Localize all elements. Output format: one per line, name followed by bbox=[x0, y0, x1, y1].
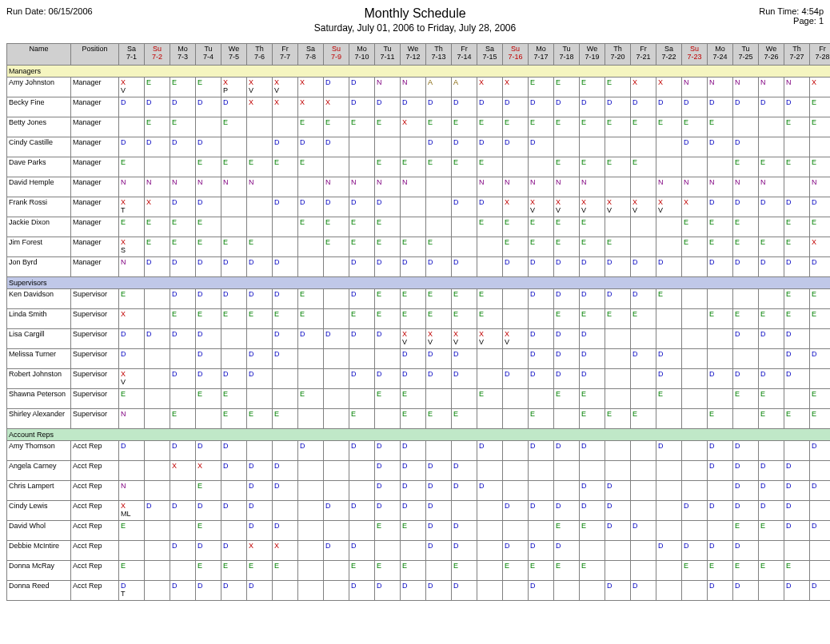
schedule-cell: X bbox=[810, 237, 831, 257]
schedule-row: Robert JohnstonSupervisorXVDDDDDDDDDDDDD… bbox=[7, 369, 831, 389]
schedule-cell: D bbox=[784, 97, 810, 117]
schedule-cell: D bbox=[273, 349, 298, 369]
schedule-cell: D bbox=[784, 257, 810, 277]
schedule-cell: D bbox=[529, 581, 554, 601]
schedule-cell: D bbox=[810, 257, 831, 277]
schedule-cell: D bbox=[682, 541, 708, 561]
schedule-cell: D bbox=[170, 329, 196, 349]
schedule-cell: D bbox=[298, 329, 324, 349]
schedule-cell bbox=[324, 389, 349, 409]
schedule-cell: E bbox=[580, 117, 605, 137]
schedule-cell: D bbox=[733, 257, 759, 277]
schedule-cell: D bbox=[529, 137, 554, 157]
emp-position: Supervisor bbox=[71, 369, 119, 389]
schedule-cell: X bbox=[196, 461, 221, 481]
schedule-cell bbox=[298, 461, 324, 481]
schedule-cell bbox=[349, 481, 375, 501]
schedule-cell: X bbox=[170, 461, 196, 481]
schedule-cell: D bbox=[221, 441, 247, 461]
schedule-cell: D bbox=[247, 461, 273, 481]
schedule-cell: E bbox=[733, 217, 759, 237]
schedule-cell: D bbox=[733, 329, 759, 349]
schedule-cell bbox=[247, 117, 273, 137]
emp-position: Manager bbox=[71, 237, 119, 257]
schedule-cell: D bbox=[426, 257, 452, 277]
schedule-cell: D bbox=[708, 257, 733, 277]
schedule-cell bbox=[503, 389, 529, 409]
schedule-cell bbox=[708, 289, 733, 309]
schedule-cell bbox=[682, 441, 708, 461]
col-day: Su7-9 bbox=[324, 44, 349, 66]
schedule-cell: E bbox=[196, 561, 221, 581]
schedule-cell: E bbox=[196, 157, 221, 177]
schedule-cell: E bbox=[298, 157, 324, 177]
schedule-cell bbox=[324, 441, 349, 461]
emp-position: Manager bbox=[71, 257, 119, 277]
emp-position: Supervisor bbox=[71, 329, 119, 349]
schedule-cell bbox=[452, 501, 477, 521]
schedule-cell: E bbox=[580, 409, 605, 429]
schedule-cell: D bbox=[196, 257, 221, 277]
schedule-cell: E bbox=[733, 521, 759, 541]
schedule-cell: D bbox=[349, 369, 375, 389]
col-name: Name bbox=[7, 44, 71, 66]
schedule-cell: D bbox=[708, 369, 733, 389]
schedule-cell: E bbox=[221, 237, 247, 257]
emp-name: Dave Parks bbox=[7, 157, 71, 177]
schedule-cell: D bbox=[580, 329, 605, 349]
schedule-cell: D bbox=[119, 97, 145, 117]
emp-name: Lisa Cargill bbox=[7, 329, 71, 349]
schedule-cell: D bbox=[810, 581, 831, 601]
schedule-cell bbox=[298, 409, 324, 429]
schedule-cell: E bbox=[196, 389, 221, 409]
schedule-cell: D bbox=[708, 541, 733, 561]
schedule-cell: D bbox=[656, 369, 682, 389]
schedule-cell bbox=[605, 217, 631, 237]
col-day: Mo7-24 bbox=[708, 44, 733, 66]
schedule-cell bbox=[784, 177, 810, 197]
schedule-cell bbox=[656, 581, 682, 601]
schedule-cell: E bbox=[170, 309, 196, 329]
schedule-cell: D bbox=[554, 349, 580, 369]
schedule-cell: D bbox=[247, 521, 273, 541]
col-day: Mo7-3 bbox=[170, 44, 196, 66]
schedule-cell: E bbox=[580, 217, 605, 237]
schedule-row: Betty JonesManagerEEEEEEEXEEEEEEEEEEEEEE bbox=[7, 117, 831, 137]
schedule-cell bbox=[656, 237, 682, 257]
schedule-cell bbox=[324, 157, 349, 177]
schedule-cell: E bbox=[196, 217, 221, 237]
col-day: Fr7-14 bbox=[452, 44, 477, 66]
schedule-cell bbox=[580, 137, 605, 157]
schedule-cell: E bbox=[247, 237, 273, 257]
schedule-cell bbox=[145, 521, 170, 541]
schedule-row: Amy ThomsonAcct RepDDDDDDDDDDDDDDDD bbox=[7, 441, 831, 461]
schedule-cell: E bbox=[529, 117, 554, 137]
schedule-cell: E bbox=[810, 409, 831, 429]
schedule-cell: D bbox=[631, 521, 656, 541]
schedule-cell: D bbox=[733, 369, 759, 389]
schedule-cell: E bbox=[426, 409, 452, 429]
schedule-cell bbox=[324, 561, 349, 581]
schedule-cell: D bbox=[170, 97, 196, 117]
col-day: Su7-23 bbox=[682, 44, 708, 66]
schedule-cell bbox=[298, 369, 324, 389]
schedule-cell: E bbox=[708, 117, 733, 137]
schedule-cell: D bbox=[656, 441, 682, 461]
schedule-cell bbox=[170, 349, 196, 369]
schedule-cell: E bbox=[273, 409, 298, 429]
schedule-cell: D bbox=[401, 257, 426, 277]
schedule-cell: X bbox=[401, 117, 426, 137]
schedule-cell bbox=[145, 441, 170, 461]
schedule-cell: E bbox=[221, 117, 247, 137]
schedule-cell: E bbox=[401, 237, 426, 257]
schedule-cell: D bbox=[452, 349, 477, 369]
emp-position: Manager bbox=[71, 177, 119, 197]
schedule-cell bbox=[349, 461, 375, 481]
schedule-cell: D bbox=[656, 97, 682, 117]
emp-name: Jim Forest bbox=[7, 237, 71, 257]
schedule-cell bbox=[810, 137, 831, 157]
schedule-cell: D bbox=[784, 581, 810, 601]
schedule-cell: N bbox=[170, 177, 196, 197]
schedule-cell bbox=[631, 501, 656, 521]
schedule-cell: D bbox=[631, 581, 656, 601]
